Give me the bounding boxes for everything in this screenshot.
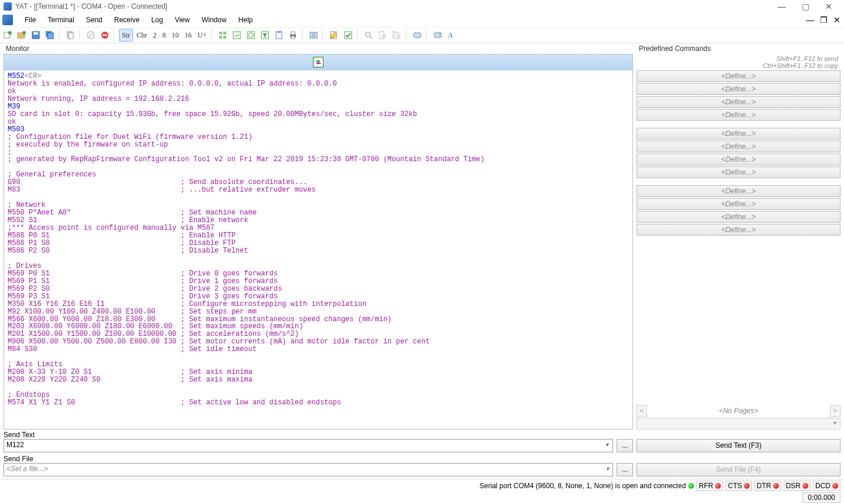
- sync-icon[interactable]: [313, 57, 324, 67]
- menu-send[interactable]: Send: [80, 14, 108, 26]
- clipboard-icon[interactable]: [273, 29, 285, 42]
- led-icon: [715, 483, 721, 489]
- filter-icon[interactable]: [258, 29, 271, 42]
- close-terminal-icon[interactable]: [98, 29, 111, 42]
- edit-icon[interactable]: [328, 29, 341, 42]
- send-text-options-button[interactable]: ...: [617, 439, 633, 452]
- svg-rect-30: [345, 32, 352, 39]
- split-icon[interactable]: [307, 29, 320, 42]
- maximize-button[interactable]: ▢: [794, 2, 817, 11]
- svg-rect-26: [291, 36, 295, 39]
- minimize-button[interactable]: —: [770, 2, 794, 11]
- copy-icon[interactable]: [64, 29, 77, 42]
- menu-help[interactable]: Help: [233, 14, 259, 26]
- find-icon[interactable]: [362, 29, 375, 42]
- define-button[interactable]: <Define...>: [637, 83, 840, 95]
- eol-icon[interactable]: [230, 29, 243, 42]
- app-menu-icon[interactable]: [2, 15, 13, 25]
- radix-10-button[interactable]: 10: [169, 29, 181, 42]
- svg-rect-38: [414, 33, 421, 38]
- define-button[interactable]: <Define...>: [637, 96, 840, 108]
- save-all-icon[interactable]: [43, 29, 56, 42]
- menu-receive[interactable]: Receive: [108, 14, 145, 26]
- search-all-icon[interactable]: [390, 29, 403, 42]
- svg-rect-27: [310, 32, 313, 38]
- mdi-minimize-button[interactable]: —: [806, 15, 814, 25]
- check-icon[interactable]: [342, 29, 355, 42]
- svg-rect-16: [219, 36, 222, 39]
- define-button[interactable]: <Define...>: [637, 154, 840, 165]
- led-icon: [773, 483, 779, 489]
- radix-16-button[interactable]: 16: [182, 29, 194, 42]
- menu-terminal[interactable]: Terminal: [42, 14, 80, 26]
- radix-str-button[interactable]: Str: [119, 29, 133, 42]
- svg-point-1: [8, 31, 12, 35]
- define-button[interactable]: <Define...>: [637, 141, 840, 152]
- svg-point-3: [22, 31, 26, 35]
- svg-rect-18: [233, 32, 240, 39]
- mdi-close-button[interactable]: ✕: [833, 15, 840, 25]
- new-workspace-icon[interactable]: [15, 29, 28, 42]
- define-button[interactable]: <Define...>: [637, 185, 840, 197]
- send-file-input[interactable]: <Set a file...>: [4, 463, 613, 476]
- connected-led-icon: [688, 483, 694, 489]
- menu-view[interactable]: View: [169, 14, 196, 26]
- menu-window[interactable]: Window: [196, 14, 233, 26]
- led-icon: [832, 483, 838, 489]
- define-button[interactable]: <Define...>: [637, 211, 840, 223]
- radix-8-button[interactable]: 8: [160, 29, 168, 42]
- page-prev-button[interactable]: <: [637, 405, 647, 417]
- define-button[interactable]: <Define...>: [637, 166, 840, 178]
- radix-chr-button[interactable]: Chr: [134, 29, 149, 42]
- led-icon: [802, 483, 808, 489]
- menu-bar: File Terminal Send Receive Log View Wind…: [0, 13, 844, 27]
- define-button[interactable]: <Define...>: [637, 109, 840, 121]
- menu-file[interactable]: File: [19, 14, 42, 26]
- svg-rect-13: [103, 35, 107, 36]
- svg-rect-28: [314, 32, 317, 38]
- svg-rect-9: [69, 33, 73, 39]
- search-doc-icon[interactable]: [376, 29, 389, 42]
- monitor-output[interactable]: M552<CR>Network is enabled, configured I…: [4, 70, 633, 430]
- dsr-indicator: DSR: [784, 481, 811, 491]
- pages-dropdown[interactable]: [637, 418, 840, 430]
- print-icon[interactable]: [287, 29, 300, 42]
- no-pages-label: <No Pages>: [647, 407, 830, 415]
- title-bar: YAT - [[Terminal1 *] - COM4 - Open - Con…: [0, 0, 844, 13]
- send-file-browse-button[interactable]: ...: [617, 463, 633, 476]
- status-bar: Serial port COM4 (9600, 8, None, 1, None…: [0, 479, 844, 492]
- menu-log[interactable]: Log: [145, 14, 169, 26]
- define-button[interactable]: <Define...>: [637, 70, 840, 82]
- stop-icon[interactable]: [84, 29, 97, 42]
- window-title: YAT - [[Terminal1 *] - COM4 - Open - Con…: [15, 2, 167, 11]
- define-button[interactable]: <Define...>: [637, 224, 840, 236]
- define-button[interactable]: <Define...>: [637, 128, 840, 139]
- close-button[interactable]: ✕: [817, 2, 840, 11]
- send-file-label: Send File: [0, 452, 844, 463]
- send-file-button[interactable]: Send File (F4): [637, 463, 840, 476]
- svg-line-11: [89, 33, 93, 38]
- command-icon[interactable]: [431, 29, 444, 42]
- dtr-indicator: DTR: [754, 481, 781, 491]
- svg-rect-36: [394, 33, 399, 39]
- cts-indicator: CTS: [726, 481, 752, 491]
- led-icon: [744, 483, 750, 489]
- page-next-button[interactable]: >: [830, 405, 840, 417]
- send-text-button[interactable]: Send Text (F3): [637, 439, 840, 452]
- send-text-input[interactable]: M122: [4, 439, 613, 452]
- define-button[interactable]: <Define...>: [637, 198, 840, 210]
- grid-icon[interactable]: [216, 29, 229, 42]
- new-terminal-icon[interactable]: [1, 29, 14, 42]
- radix-2-button[interactable]: 2: [151, 29, 159, 42]
- mdi-restore-button[interactable]: ❐: [820, 15, 828, 25]
- app-icon: [4, 2, 12, 11]
- svg-rect-5: [33, 32, 38, 35]
- font-icon[interactable]: A: [445, 29, 455, 42]
- radix-unicode-button[interactable]: U+: [195, 29, 209, 42]
- toolbar: Str Chr 2 8 10 16 U+ A: [0, 27, 844, 43]
- svg-point-31: [366, 32, 370, 37]
- timestamp-icon[interactable]: [244, 29, 257, 42]
- save-icon[interactable]: [29, 29, 42, 42]
- autoreply-icon[interactable]: [411, 29, 424, 42]
- svg-line-32: [370, 36, 372, 39]
